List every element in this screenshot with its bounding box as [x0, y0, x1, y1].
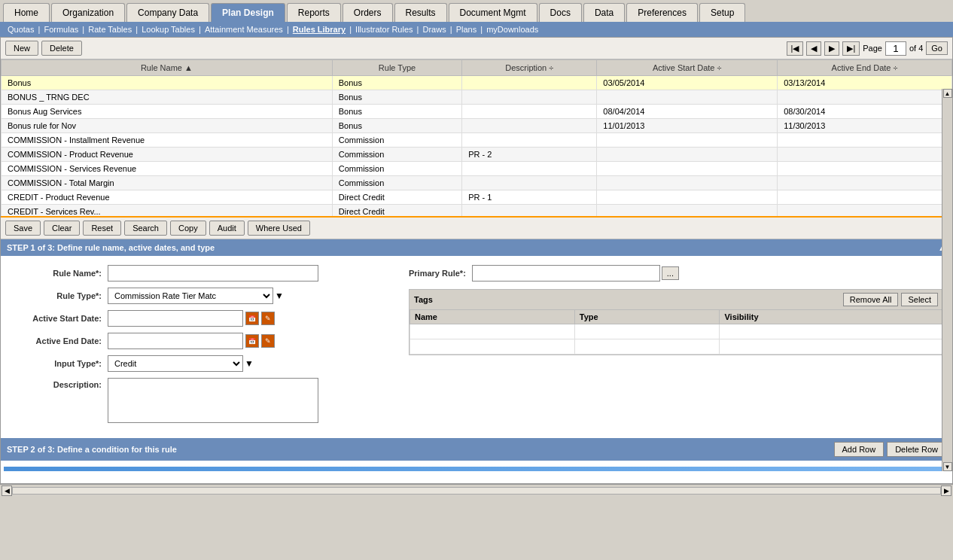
progress-bar [4, 467, 949, 471]
delete-button[interactable]: Delete [41, 41, 82, 56]
col-active-start[interactable]: Active Start Date ÷ [597, 60, 778, 76]
cell-description: PR - 1 [462, 190, 597, 205]
table-row[interactable]: COMMISSION - Installment Revenue Commiss… [2, 133, 952, 148]
input-type-label: Input Type*: [10, 359, 108, 368]
new-button[interactable]: New [5, 41, 38, 56]
active-start-cal-button[interactable]: 📅 [245, 312, 259, 325]
search-button[interactable]: Search [124, 221, 167, 236]
tags-name-cell2 [410, 339, 575, 355]
cell-rule-name: CREDIT - Services Rev... [2, 205, 333, 218]
table-row[interactable]: Bonus Aug Services Bonus 08/04/2014 08/3… [2, 105, 952, 119]
go-button[interactable]: Go [926, 41, 948, 55]
input-type-select[interactable]: Credit Debit Revenue [108, 355, 243, 372]
rule-type-select[interactable]: Commission Rate Tier Matc Bonus Commissi… [108, 288, 273, 304]
rule-name-input[interactable] [108, 265, 318, 282]
scroll-left-button[interactable]: ◀ [2, 485, 12, 496]
page-number-input[interactable] [885, 41, 906, 56]
clear-button[interactable]: Clear [44, 221, 80, 236]
primary-rule-input[interactable] [472, 265, 660, 282]
cell-active-start [597, 148, 778, 162]
cell-rule-type: Commission [332, 176, 461, 190]
tab-orders[interactable]: Orders [343, 3, 393, 22]
add-row-button[interactable]: Add Row [834, 442, 884, 457]
tab-organization[interactable]: Organization [51, 3, 125, 22]
tab-docs[interactable]: Docs [539, 3, 582, 22]
breadcrumb-plans[interactable]: Plans [456, 25, 477, 34]
cell-rule-type: Direct Credit [332, 205, 461, 218]
breadcrumb-formulas[interactable]: Formulas [44, 25, 78, 34]
active-start-edit-button[interactable]: ✎ [261, 312, 275, 325]
breadcrumb-mydownloads[interactable]: myDownloads [486, 25, 538, 34]
tab-document-mgmt[interactable]: Document Mgmt [449, 3, 537, 22]
scroll-down-button[interactable]: ▼ [943, 462, 952, 471]
breadcrumb-quotas[interactable]: Quotas [8, 25, 34, 34]
table-row[interactable]: COMMISSION - Services Revenue Commission [2, 162, 952, 176]
col-description[interactable]: Description ÷ [462, 60, 597, 76]
col-rule-type[interactable]: Rule Type [332, 60, 461, 76]
audit-button[interactable]: Audit [209, 221, 245, 236]
cell-active-end [778, 190, 952, 205]
tags-col-visibility: Visibility [720, 310, 942, 324]
table-row[interactable]: COMMISSION - Total Margin Commission [2, 176, 952, 190]
delete-row-button[interactable]: Delete Row [887, 442, 946, 457]
breadcrumb-attainment-measures[interactable]: Attainment Measures [205, 25, 283, 34]
tab-setup[interactable]: Setup [699, 3, 745, 22]
table-row[interactable]: COMMISSION - Product Revenue Commission … [2, 148, 952, 162]
breadcrumb-rate-tables[interactable]: Rate Tables [88, 25, 132, 34]
active-start-input[interactable] [108, 310, 243, 327]
cell-active-end [778, 176, 952, 190]
horizontal-scrollbar: ◀ ▶ [0, 484, 953, 496]
prev-page-button[interactable]: ◀ [806, 41, 821, 56]
cell-description [462, 176, 597, 190]
remove-all-button[interactable]: Remove All [843, 293, 899, 306]
rule-type-dropdown-icon: ▼ [275, 291, 284, 301]
description-textarea[interactable] [108, 378, 318, 423]
cell-active-end [778, 205, 952, 218]
cell-description [462, 205, 597, 218]
select-button[interactable]: Select [901, 293, 938, 306]
col-rule-name[interactable]: Rule Name ▲ [2, 60, 333, 76]
rule-name-row: Rule Name*: [10, 265, 386, 282]
table-row[interactable]: CREDIT - Services Rev... Direct Credit [2, 205, 952, 218]
active-end-date-row: 📅 ✎ [108, 333, 275, 349]
table-row[interactable]: Bonus Bonus 03/05/2014 03/13/2014 [2, 76, 952, 90]
breadcrumb-illustrator-rules[interactable]: Illustrator Rules [355, 25, 413, 34]
tab-data[interactable]: Data [583, 3, 625, 22]
table-row[interactable]: BONUS _ TRNG DEC Bonus [2, 90, 952, 105]
active-end-cal-button[interactable]: 📅 [245, 334, 259, 348]
cell-rule-type: Commission [332, 133, 461, 148]
tags-container: Tags Remove All Select Name Type Visibil… [409, 289, 943, 355]
table-row[interactable]: Bonus rule for Nov Bonus 11/01/2013 11/3… [2, 119, 952, 133]
cell-description [462, 90, 597, 105]
save-button[interactable]: Save [5, 221, 41, 236]
active-end-edit-button[interactable]: ✎ [261, 334, 275, 348]
tab-preferences[interactable]: Preferences [626, 3, 698, 22]
step2-header-buttons: Add Row Delete Row [834, 442, 947, 457]
where-used-button[interactable]: Where Used [248, 221, 310, 236]
vertical-scrollbar[interactable]: ▲ ▼ [942, 89, 952, 471]
tab-plan-design[interactable]: Plan Design [211, 3, 285, 22]
tags-col-name: Name [410, 310, 575, 324]
active-end-input[interactable] [108, 333, 243, 349]
copy-button[interactable]: Copy [170, 221, 206, 236]
breadcrumb-draws[interactable]: Draws [423, 25, 446, 34]
last-page-button[interactable]: ▶| [842, 41, 860, 56]
table-row[interactable]: CREDIT - Product Revenue Direct Credit P… [2, 190, 952, 205]
primary-rule-dots-button[interactable]: ... [662, 266, 679, 280]
rules-table-container: Rule Name ▲ Rule Type Description ÷ Acti… [1, 59, 952, 218]
col-active-end[interactable]: Active End Date ÷ [778, 60, 952, 76]
cell-rule-type: Bonus [332, 105, 461, 119]
breadcrumb-rules-library[interactable]: Rules Library [293, 25, 346, 34]
cell-rule-type: Commission [332, 148, 461, 162]
scroll-track[interactable] [12, 487, 941, 495]
next-page-button[interactable]: ▶ [824, 41, 839, 56]
tab-company-data[interactable]: Company Data [126, 3, 209, 22]
tab-home[interactable]: Home [3, 3, 50, 22]
scroll-right-button[interactable]: ▶ [941, 485, 951, 496]
tab-results[interactable]: Results [394, 3, 447, 22]
scroll-up-button[interactable]: ▲ [943, 89, 952, 98]
first-page-button[interactable]: |◀ [787, 41, 804, 56]
reset-button[interactable]: Reset [83, 221, 121, 236]
tab-reports[interactable]: Reports [287, 3, 341, 22]
breadcrumb-lookup-tables[interactable]: Lookup Tables [142, 25, 195, 34]
